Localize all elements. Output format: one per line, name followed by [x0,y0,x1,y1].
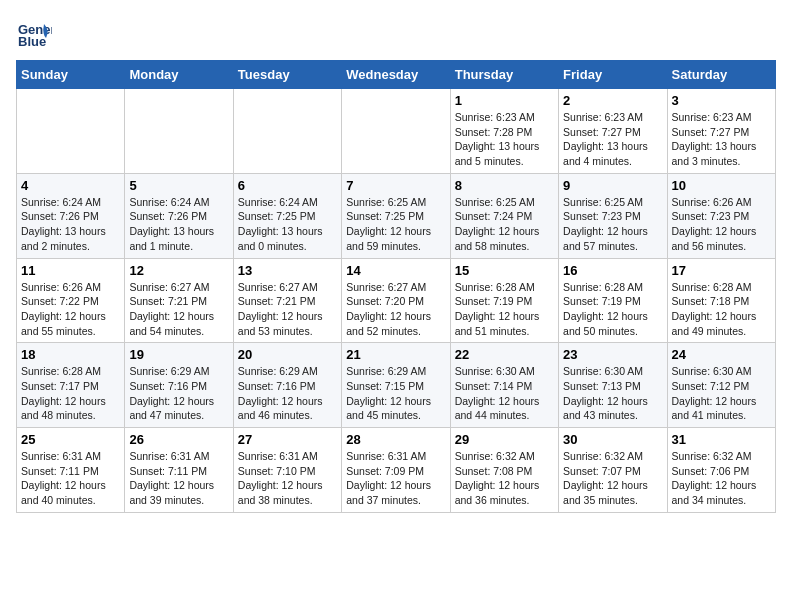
calendar-week-row: 11Sunrise: 6:26 AM Sunset: 7:22 PM Dayli… [17,258,776,343]
day-number: 4 [21,178,120,193]
day-info: Sunrise: 6:29 AM Sunset: 7:16 PM Dayligh… [238,364,337,423]
day-number: 11 [21,263,120,278]
day-info: Sunrise: 6:28 AM Sunset: 7:19 PM Dayligh… [455,280,554,339]
calendar-cell: 9Sunrise: 6:25 AM Sunset: 7:23 PM Daylig… [559,173,667,258]
calendar-cell: 18Sunrise: 6:28 AM Sunset: 7:17 PM Dayli… [17,343,125,428]
calendar-cell: 17Sunrise: 6:28 AM Sunset: 7:18 PM Dayli… [667,258,775,343]
calendar-cell: 20Sunrise: 6:29 AM Sunset: 7:16 PM Dayli… [233,343,341,428]
day-number: 20 [238,347,337,362]
logo: General Blue [16,16,56,52]
calendar-cell: 31Sunrise: 6:32 AM Sunset: 7:06 PM Dayli… [667,428,775,513]
calendar-cell [125,89,233,174]
day-info: Sunrise: 6:24 AM Sunset: 7:25 PM Dayligh… [238,195,337,254]
day-number: 14 [346,263,445,278]
calendar-cell: 21Sunrise: 6:29 AM Sunset: 7:15 PM Dayli… [342,343,450,428]
day-number: 9 [563,178,662,193]
day-number: 7 [346,178,445,193]
day-number: 15 [455,263,554,278]
day-info: Sunrise: 6:32 AM Sunset: 7:06 PM Dayligh… [672,449,771,508]
calendar-cell: 23Sunrise: 6:30 AM Sunset: 7:13 PM Dayli… [559,343,667,428]
day-info: Sunrise: 6:24 AM Sunset: 7:26 PM Dayligh… [21,195,120,254]
weekday-header: Sunday [17,61,125,89]
day-info: Sunrise: 6:23 AM Sunset: 7:28 PM Dayligh… [455,110,554,169]
svg-text:Blue: Blue [18,34,46,49]
calendar-cell: 13Sunrise: 6:27 AM Sunset: 7:21 PM Dayli… [233,258,341,343]
page-header: General Blue [16,16,776,52]
calendar-cell: 1Sunrise: 6:23 AM Sunset: 7:28 PM Daylig… [450,89,558,174]
calendar-cell: 22Sunrise: 6:30 AM Sunset: 7:14 PM Dayli… [450,343,558,428]
day-info: Sunrise: 6:28 AM Sunset: 7:19 PM Dayligh… [563,280,662,339]
calendar-cell: 3Sunrise: 6:23 AM Sunset: 7:27 PM Daylig… [667,89,775,174]
day-number: 23 [563,347,662,362]
calendar-week-row: 1Sunrise: 6:23 AM Sunset: 7:28 PM Daylig… [17,89,776,174]
day-number: 29 [455,432,554,447]
calendar-header-row: SundayMondayTuesdayWednesdayThursdayFrid… [17,61,776,89]
weekday-header: Thursday [450,61,558,89]
day-number: 25 [21,432,120,447]
calendar-cell: 2Sunrise: 6:23 AM Sunset: 7:27 PM Daylig… [559,89,667,174]
day-info: Sunrise: 6:29 AM Sunset: 7:15 PM Dayligh… [346,364,445,423]
day-number: 5 [129,178,228,193]
day-info: Sunrise: 6:27 AM Sunset: 7:20 PM Dayligh… [346,280,445,339]
day-info: Sunrise: 6:28 AM Sunset: 7:17 PM Dayligh… [21,364,120,423]
calendar-cell: 27Sunrise: 6:31 AM Sunset: 7:10 PM Dayli… [233,428,341,513]
day-info: Sunrise: 6:26 AM Sunset: 7:23 PM Dayligh… [672,195,771,254]
calendar-cell: 7Sunrise: 6:25 AM Sunset: 7:25 PM Daylig… [342,173,450,258]
day-info: Sunrise: 6:27 AM Sunset: 7:21 PM Dayligh… [238,280,337,339]
day-info: Sunrise: 6:30 AM Sunset: 7:12 PM Dayligh… [672,364,771,423]
day-number: 26 [129,432,228,447]
day-info: Sunrise: 6:31 AM Sunset: 7:10 PM Dayligh… [238,449,337,508]
calendar-cell: 24Sunrise: 6:30 AM Sunset: 7:12 PM Dayli… [667,343,775,428]
day-number: 2 [563,93,662,108]
day-info: Sunrise: 6:28 AM Sunset: 7:18 PM Dayligh… [672,280,771,339]
day-info: Sunrise: 6:25 AM Sunset: 7:24 PM Dayligh… [455,195,554,254]
calendar-cell: 19Sunrise: 6:29 AM Sunset: 7:16 PM Dayli… [125,343,233,428]
day-number: 12 [129,263,228,278]
calendar-cell: 8Sunrise: 6:25 AM Sunset: 7:24 PM Daylig… [450,173,558,258]
calendar-cell: 25Sunrise: 6:31 AM Sunset: 7:11 PM Dayli… [17,428,125,513]
day-number: 30 [563,432,662,447]
day-number: 28 [346,432,445,447]
day-number: 6 [238,178,337,193]
day-info: Sunrise: 6:29 AM Sunset: 7:16 PM Dayligh… [129,364,228,423]
day-number: 1 [455,93,554,108]
day-number: 31 [672,432,771,447]
weekday-header: Saturday [667,61,775,89]
calendar-cell: 10Sunrise: 6:26 AM Sunset: 7:23 PM Dayli… [667,173,775,258]
day-info: Sunrise: 6:23 AM Sunset: 7:27 PM Dayligh… [672,110,771,169]
day-info: Sunrise: 6:30 AM Sunset: 7:14 PM Dayligh… [455,364,554,423]
day-number: 13 [238,263,337,278]
day-number: 18 [21,347,120,362]
day-number: 10 [672,178,771,193]
calendar-cell: 28Sunrise: 6:31 AM Sunset: 7:09 PM Dayli… [342,428,450,513]
calendar-week-row: 25Sunrise: 6:31 AM Sunset: 7:11 PM Dayli… [17,428,776,513]
calendar-cell: 11Sunrise: 6:26 AM Sunset: 7:22 PM Dayli… [17,258,125,343]
calendar-cell: 4Sunrise: 6:24 AM Sunset: 7:26 PM Daylig… [17,173,125,258]
weekday-header: Tuesday [233,61,341,89]
day-info: Sunrise: 6:24 AM Sunset: 7:26 PM Dayligh… [129,195,228,254]
day-info: Sunrise: 6:26 AM Sunset: 7:22 PM Dayligh… [21,280,120,339]
calendar-week-row: 4Sunrise: 6:24 AM Sunset: 7:26 PM Daylig… [17,173,776,258]
calendar-week-row: 18Sunrise: 6:28 AM Sunset: 7:17 PM Dayli… [17,343,776,428]
calendar-table: SundayMondayTuesdayWednesdayThursdayFrid… [16,60,776,513]
day-info: Sunrise: 6:23 AM Sunset: 7:27 PM Dayligh… [563,110,662,169]
calendar-cell [342,89,450,174]
calendar-cell: 12Sunrise: 6:27 AM Sunset: 7:21 PM Dayli… [125,258,233,343]
day-info: Sunrise: 6:31 AM Sunset: 7:09 PM Dayligh… [346,449,445,508]
day-number: 21 [346,347,445,362]
day-number: 3 [672,93,771,108]
day-info: Sunrise: 6:31 AM Sunset: 7:11 PM Dayligh… [21,449,120,508]
day-number: 27 [238,432,337,447]
day-number: 16 [563,263,662,278]
calendar-cell: 26Sunrise: 6:31 AM Sunset: 7:11 PM Dayli… [125,428,233,513]
calendar-cell: 14Sunrise: 6:27 AM Sunset: 7:20 PM Dayli… [342,258,450,343]
calendar-cell: 6Sunrise: 6:24 AM Sunset: 7:25 PM Daylig… [233,173,341,258]
calendar-cell: 16Sunrise: 6:28 AM Sunset: 7:19 PM Dayli… [559,258,667,343]
calendar-cell: 15Sunrise: 6:28 AM Sunset: 7:19 PM Dayli… [450,258,558,343]
day-number: 17 [672,263,771,278]
calendar-cell [233,89,341,174]
logo-icon: General Blue [16,16,52,52]
weekday-header: Wednesday [342,61,450,89]
day-number: 8 [455,178,554,193]
day-info: Sunrise: 6:30 AM Sunset: 7:13 PM Dayligh… [563,364,662,423]
